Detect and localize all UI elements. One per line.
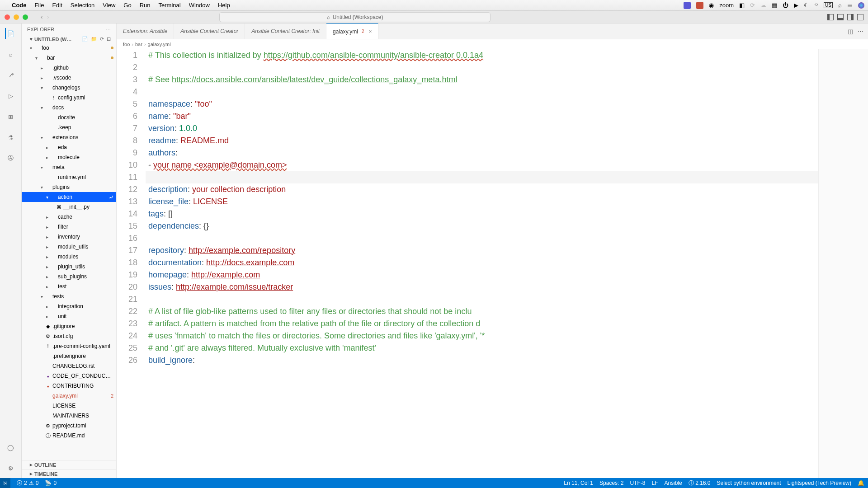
layout-panel-icon[interactable] — [837, 14, 844, 20]
tree-item[interactable]: ◆.gitignore — [22, 321, 116, 331]
tree-item[interactable]: ⚙pyproject.toml — [22, 421, 116, 431]
tray-icon[interactable]: ◧ — [739, 2, 745, 9]
scm-view-icon[interactable]: ⎇ — [5, 70, 16, 80]
tree-item[interactable]: MAINTAINERS — [22, 411, 116, 421]
settings-gear-icon[interactable]: ⚙ — [5, 463, 16, 474]
code-line[interactable]: build_ignore: — [146, 354, 868, 366]
code-line[interactable]: # artifact. A pattern is matched from th… — [146, 318, 868, 330]
menu-run[interactable]: Run — [140, 2, 151, 9]
code-line[interactable]: version: 1.0.0 — [146, 122, 868, 135]
explorer-more-icon[interactable]: ⋯ — [106, 27, 111, 33]
ports-indicator[interactable]: 📡0 — [45, 480, 57, 486]
tree-item[interactable]: ▸.github — [22, 63, 116, 73]
editor-tab[interactable]: Extension: Ansible — [117, 23, 174, 39]
tree-item[interactable]: .prettierignore — [22, 351, 116, 361]
layout-sidebar-left-icon[interactable] — [827, 14, 834, 20]
code-line[interactable]: tags: [] — [146, 208, 868, 220]
timeline-section[interactable]: ▸ TIMELINE — [22, 469, 116, 478]
ansible-version[interactable]: ⓘ 2.16.0 — [689, 479, 711, 487]
tray-icon[interactable]: ▶ — [794, 2, 798, 9]
tray-icon[interactable]: ⟳ — [750, 2, 755, 9]
layout-customize-icon[interactable] — [857, 14, 863, 20]
tree-item[interactable]: ▸modules — [22, 252, 116, 262]
tree-item[interactable]: ▾docs — [22, 103, 116, 113]
tree-item[interactable]: ▸unit — [22, 311, 116, 321]
code-line[interactable] — [146, 293, 868, 305]
code-line[interactable]: dependencies: {} — [146, 220, 868, 232]
lightspeed-status[interactable]: Lightspeed (Tech Preview) — [788, 480, 851, 486]
new-file-icon[interactable]: 📄 — [82, 36, 88, 42]
code-line[interactable]: # A list of file glob-like patterns used… — [146, 305, 868, 318]
menu-edit[interactable]: Edit — [52, 2, 62, 9]
tray-app-icon[interactable]: ◉ — [709, 2, 714, 9]
tree-item[interactable]: CHANGELOG.rst — [22, 361, 116, 371]
accounts-icon[interactable]: ◯ — [5, 442, 16, 453]
indentation[interactable]: Spaces: 2 — [599, 480, 623, 486]
remote-indicator[interactable]: ⎘ — [0, 478, 10, 488]
explorer-view-icon[interactable]: 📄 — [5, 28, 16, 39]
tree-item[interactable]: ⓘREADME.md — [22, 431, 116, 441]
problems-indicator[interactable]: ⓧ2 ⚠0 — [17, 479, 38, 487]
tree-item[interactable]: galaxy.yml2 — [22, 391, 116, 401]
code-line[interactable]: name: "bar" — [146, 110, 868, 122]
nav-forward-icon[interactable]: › — [47, 14, 49, 20]
language-mode[interactable]: Ansible — [664, 480, 682, 486]
tree-item[interactable]: ▸module_utils — [22, 242, 116, 252]
split-editor-icon[interactable]: ◫ — [848, 28, 853, 35]
tree-item[interactable]: ▸.vscode — [22, 73, 116, 83]
app-name[interactable]: Code — [12, 2, 27, 9]
tree-item[interactable]: ▸sub_plugins — [22, 272, 116, 282]
tree-item[interactable]: ▸molecule — [22, 152, 116, 162]
tree-item[interactable]: .keep — [22, 122, 116, 132]
editor-tab[interactable]: Ansible Content Creator: Init — [245, 23, 326, 39]
menu-view[interactable]: View — [103, 2, 115, 9]
maximize-window-button[interactable] — [23, 14, 28, 20]
testing-view-icon[interactable]: ⚗ — [5, 132, 16, 143]
tray-app-icon[interactable] — [684, 2, 691, 9]
nav-back-icon[interactable]: ‹ — [41, 14, 42, 20]
code-line[interactable]: readme: README.md — [146, 135, 868, 147]
tree-item[interactable]: ▾action⤾ — [22, 192, 116, 202]
breadcrumb-item[interactable]: galaxy.yml — [148, 42, 171, 47]
menu-help[interactable]: Help — [218, 2, 230, 9]
notifications-icon[interactable]: 🔔 — [858, 480, 864, 486]
run-debug-view-icon[interactable]: ▷ — [5, 90, 16, 101]
tree-item[interactable]: ▸filter — [22, 222, 116, 232]
tab-more-icon[interactable]: ⋯ — [858, 28, 863, 35]
tree-item[interactable]: ▾tests — [22, 291, 116, 301]
editor-tab[interactable]: galaxy.yml2× — [326, 23, 378, 39]
wifi-icon[interactable]: ⌔ — [815, 2, 818, 9]
code-line[interactable] — [146, 232, 868, 244]
menu-window[interactable]: Window — [189, 2, 210, 9]
eol[interactable]: LF — [651, 480, 658, 486]
code-line[interactable]: - your name <example@domain.com> — [146, 159, 868, 171]
zoom-label[interactable]: zoom — [719, 2, 734, 9]
tray-icon[interactable]: ⏻ — [783, 2, 788, 9]
code-line[interactable]: namespace: "foo" — [146, 98, 868, 110]
tray-icon[interactable]: ▦ — [772, 2, 777, 9]
tree-item[interactable]: ⌘__init__.py — [22, 202, 116, 212]
tree-item[interactable]: ▾plugins — [22, 182, 116, 192]
close-window-button[interactable] — [5, 14, 10, 20]
code-line[interactable]: documentation: http://docs.example.com — [146, 257, 868, 269]
breadcrumb[interactable]: foo › bar › galaxy.yml — [117, 39, 868, 49]
menu-go[interactable]: Go — [123, 2, 131, 9]
tree-item[interactable]: ▸eda — [22, 142, 116, 152]
editor-tab[interactable]: Ansible Content Creator — [174, 23, 245, 39]
code-lines[interactable]: # This collection is initialized by http… — [146, 49, 868, 478]
code-line[interactable] — [146, 61, 868, 74]
moon-icon[interactable]: ☾ — [804, 2, 809, 9]
ansible-view-icon[interactable]: Ⓐ — [5, 153, 16, 164]
search-view-icon[interactable]: ⌕ — [5, 49, 16, 60]
tree-item[interactable]: docsite — [22, 113, 116, 122]
tree-item[interactable]: ⬥CONTRIBUTING — [22, 381, 116, 391]
siri-icon[interactable] — [858, 2, 864, 9]
new-folder-icon[interactable]: 📁 — [91, 36, 97, 42]
close-tab-icon[interactable]: × — [368, 28, 372, 35]
extensions-view-icon[interactable]: ⊞ — [5, 111, 16, 122]
tree-item[interactable]: runtime.yml — [22, 172, 116, 182]
tree-item[interactable]: ▾foo — [22, 43, 116, 53]
tree-item[interactable]: ⚙.isort.cfg — [22, 331, 116, 341]
encoding[interactable]: UTF-8 — [630, 480, 645, 486]
menu-file[interactable]: File — [35, 2, 44, 9]
